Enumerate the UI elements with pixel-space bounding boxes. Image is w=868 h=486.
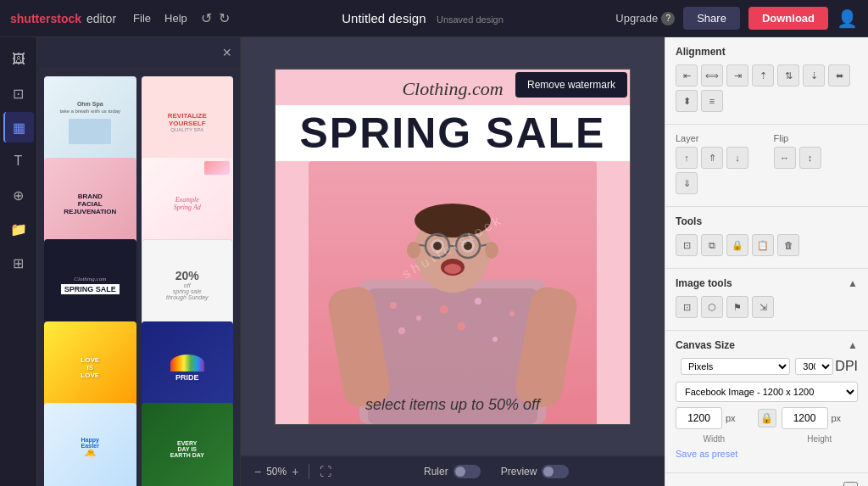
design-title[interactable]: Untitled design [342,11,426,25]
flip-section: Flip ↔ ↕ [774,133,859,198]
svg-point-12 [415,204,491,237]
svg-point-4 [440,305,448,314]
align-left-button[interactable]: ⇤ [676,64,698,87]
bring-front-button[interactable]: ⇑ [701,147,723,169]
template-item[interactable]: EVERYDAY ISEARTH DAY [142,403,234,486]
image-crop-button[interactable]: ⊡ [676,296,698,318]
redo-icon[interactable]: ↻ [219,10,230,26]
template-item[interactable]: PRIDE [142,321,234,414]
zoom-out-button[interactable]: − [254,465,261,478]
svg-point-6 [509,311,515,316]
image-tools-collapse-button[interactable]: ▲ [848,277,858,289]
preview-toggle-track[interactable] [542,465,569,478]
template-item[interactable]: Clothing.com SPRING SALE [44,239,136,332]
align-right-button[interactable]: ⇥ [726,64,748,87]
canvas-unit-select[interactable]: Pixels Inches [681,358,790,375]
svg-point-7 [398,327,405,334]
image-flag-button[interactable]: ⚑ [726,296,748,318]
flip-h-button[interactable]: ↔ [774,147,796,169]
canvas-size-title: Canvas Size ▲ [676,339,858,351]
lock-tool-button[interactable]: 🔒 [726,234,748,256]
expand-canvas-button[interactable]: ⛶ [320,465,331,478]
undo-icon[interactable]: ↺ [201,10,212,26]
ruler-toggle-thumb [455,466,465,477]
canvas-size-collapse-button[interactable]: ▲ [848,339,858,351]
svg-point-24 [407,242,420,259]
template-item[interactable]: 20% offspring salethrough Sunday [142,239,234,332]
zoom-in-button[interactable]: + [292,465,298,478]
distribute-v-button[interactable]: ⬍ [676,90,698,112]
logo-brand: shutterstock [10,12,81,25]
delete-tool-button[interactable]: 🗑 [777,234,799,256]
topbar: shutterstock editor File Help ↺ ↻ Untitl… [0,0,868,37]
flip-v-button[interactable]: ↕ [799,147,821,169]
svg-point-8 [457,322,465,331]
lock-aspect-button[interactable]: 🔒 [758,409,776,427]
menu-help[interactable]: Help [164,12,187,25]
preset-dropdown[interactable]: Facebook Image - 1200 x 1200 [676,382,858,402]
template-item[interactable]: REVITALIZEYOURSELF QUALITY SPA [142,76,234,169]
align-middle-button[interactable]: ⇅ [777,64,799,87]
distribute-h-button[interactable]: ⬌ [828,64,850,87]
share-button[interactable]: Share [683,7,740,30]
zoom-controls: − 50% + [254,465,298,478]
profile-icon[interactable]: 👤 [837,8,858,29]
layer-flip-row: Layer ↑ ⇑ ↓ ⇓ Flip ↔ ↕ [676,133,858,198]
distribute-all-button[interactable]: ≡ [701,90,723,112]
template-item[interactable]: BRANDFACIALREJUVENATION [44,158,136,250]
close-panel-button[interactable]: × [222,44,231,62]
copy-tool-button[interactable]: 📋 [752,234,774,256]
layer-title: Layer [676,133,760,143]
width-input[interactable] [676,407,722,429]
template-item[interactable]: ExampleSpring Ad [142,158,234,250]
tools-title: Tools [676,215,858,227]
tools-row: ⊡ ⧉ 🔒 📋 🗑 [676,234,858,256]
unsaved-label[interactable]: Unsaved design [437,14,504,25]
image-resize-button[interactable]: ⇲ [752,296,774,318]
template-item[interactable]: Ohm Spatake a breath with us today [44,76,136,169]
sidebar-icons: 🖼 ⊡ ▦ T ⊕ 📁 ⊞ [0,37,37,486]
dpi-select[interactable]: 300 72 150 [795,358,833,375]
sidebar-icon-layers[interactable]: ▦ [3,112,34,142]
template-item[interactable]: LOVEISLOVE [44,321,136,414]
menu-file[interactable]: File [133,12,151,25]
sidebar-icon-shapes[interactable]: ⊕ [3,180,34,210]
topbar-menu: File Help [133,12,187,25]
sidebar-icon-folder[interactable]: 📁 [3,214,34,244]
crop-tool-button[interactable]: ⊡ [676,234,698,256]
sidebar-icon-text[interactable]: T [3,146,34,176]
download-button[interactable]: Download [748,7,828,30]
flip-tools: ↔ ↕ [774,147,859,169]
logo: shutterstock editor [10,12,116,25]
ruler-toggle-track[interactable] [453,465,481,478]
align-bottom-button[interactable]: ⇣ [803,64,825,87]
dimension-labels: Width Height [676,434,858,444]
preview-toggle: Preview [501,465,570,478]
svg-point-5 [475,298,481,304]
send-back-all-button[interactable]: ⇓ [676,172,698,194]
width-unit: px [726,413,736,423]
bring-forward-button[interactable]: ↑ [676,147,698,169]
duplicate-tool-button[interactable]: ⧉ [701,234,723,256]
send-back-button[interactable]: ↓ [726,147,748,169]
align-top-button[interactable]: ⇡ [752,64,774,87]
preview-toggle-thumb [543,466,554,477]
sidebar-icon-image[interactable]: 🖼 [3,44,34,75]
sidebar-icon-add[interactable]: ⊞ [3,248,34,278]
save-preset-link[interactable]: Save as preset [676,449,858,459]
remove-watermark-button[interactable]: Remove watermark [515,72,627,98]
right-panel: Alignment ⇤ ⟺ ⇥ ⇡ ⇅ ⇣ ⬌ ⬍ ≡ Layer ↑ [665,37,868,486]
canvas-size-unit-row: Pixels Inches 300 72 150 DPI [676,358,858,375]
alignment-tools-row: ⇤ ⟺ ⇥ ⇡ ⇅ ⇣ ⬌ ⬍ ≡ [676,64,858,112]
image-enhance-button[interactable]: ⬡ [701,296,723,318]
template-item[interactable]: HappyEaster 🐣 [44,403,136,486]
width-label: Width [676,434,753,444]
height-input[interactable] [782,407,828,429]
sidebar-icon-crop[interactable]: ⊡ [3,78,34,109]
align-center-h-button[interactable]: ⟺ [701,64,723,87]
upgrade-button[interactable]: Upgrade ? [615,12,675,25]
zoom-value[interactable]: 50% [266,466,287,478]
background-collapse-button[interactable]: ▲ [843,482,858,486]
flip-title: Flip [774,133,859,143]
design-canvas[interactable]: Clothing.com SPRING SALE [275,69,631,425]
